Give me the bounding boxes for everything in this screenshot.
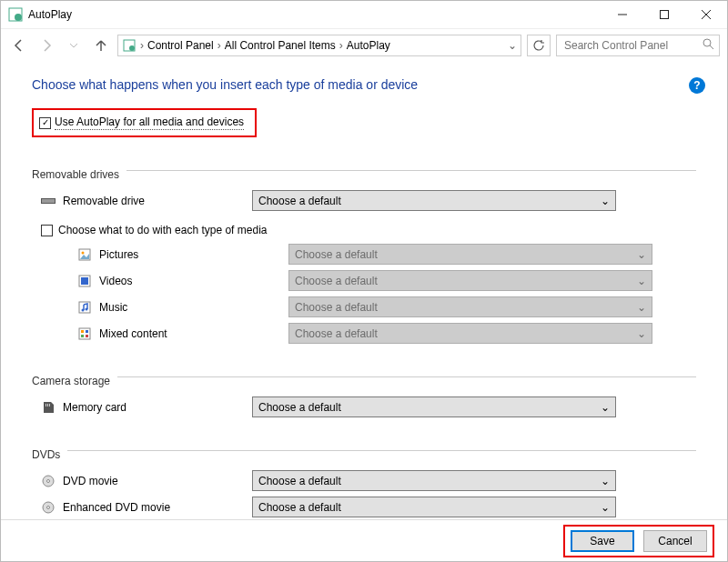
save-button[interactable]: Save <box>571 530 634 552</box>
svg-point-8 <box>703 39 711 46</box>
chevron-down-icon: ⌄ <box>601 501 610 514</box>
breadcrumb-autoplay[interactable]: AutoPlay <box>347 39 390 52</box>
up-button[interactable] <box>90 35 112 56</box>
use-autoplay-label: Use AutoPlay for all media and devices <box>55 115 244 130</box>
page-heading: Choose what happens when you insert each… <box>32 77 696 92</box>
videos-combo[interactable]: Choose a default⌄ <box>288 270 652 291</box>
chevron-right-icon: › <box>217 39 221 52</box>
svg-rect-16 <box>79 302 90 313</box>
mixed-icon <box>77 326 92 341</box>
footer: Save Cancel <box>1 519 727 561</box>
chevron-down-icon: ⌄ <box>637 275 646 287</box>
highlight-save-cancel: Save Cancel <box>563 525 714 557</box>
enhanced-dvd-combo[interactable]: Choose a default⌄ <box>252 497 616 517</box>
svg-rect-23 <box>86 335 88 337</box>
content-area: ? Choose what happens when you insert ea… <box>1 61 727 519</box>
breadcrumb-all-items[interactable]: All Control Panel Items <box>225 39 336 52</box>
pictures-icon <box>77 247 92 262</box>
maximize-button[interactable] <box>643 1 685 28</box>
use-autoplay-checkbox[interactable] <box>39 117 51 129</box>
navbar: › Control Panel › All Control Panel Item… <box>1 28 727 61</box>
svg-rect-22 <box>81 335 84 337</box>
autoplay-icon <box>122 38 136 53</box>
dvd-movie-label: DVD movie <box>63 475 118 487</box>
search-input[interactable] <box>562 38 703 53</box>
svg-point-17 <box>82 308 85 311</box>
videos-icon <box>77 274 92 288</box>
help-button[interactable]: ? <box>689 77 705 94</box>
svg-rect-24 <box>46 404 46 406</box>
svg-line-9 <box>710 45 713 49</box>
chevron-down-icon: ⌄ <box>601 475 610 487</box>
removable-drive-combo[interactable]: Choose a default⌄ <box>252 190 616 211</box>
svg-point-1 <box>15 14 22 21</box>
minimize-button[interactable] <box>602 1 643 28</box>
choose-media-type-label: Choose what to do with each type of medi… <box>58 224 267 236</box>
svg-rect-25 <box>47 404 48 406</box>
pictures-combo[interactable]: Choose a default⌄ <box>288 244 652 265</box>
enhanced-dvd-label: Enhanced DVD movie <box>63 501 170 514</box>
svg-rect-3 <box>661 11 669 19</box>
chevron-down-icon: ⌄ <box>637 301 646 314</box>
breadcrumb-control-panel[interactable]: Control Panel <box>147 39 214 52</box>
chevron-down-icon: ⌄ <box>637 248 646 261</box>
svg-point-13 <box>82 251 85 254</box>
svg-point-7 <box>129 45 135 51</box>
titlebar: AutoPlay <box>1 1 727 28</box>
dvd-movie-combo[interactable]: Choose a default⌄ <box>252 470 616 491</box>
cancel-button[interactable]: Cancel <box>643 530 707 552</box>
svg-rect-26 <box>49 404 50 406</box>
recent-dropdown[interactable] <box>63 35 85 56</box>
chevron-right-icon: › <box>339 39 343 52</box>
choose-media-type-checkbox[interactable] <box>41 225 53 236</box>
music-combo[interactable]: Choose a default⌄ <box>288 296 652 317</box>
svg-rect-21 <box>86 330 88 333</box>
search-box[interactable] <box>556 35 720 56</box>
highlight-use-autoplay: Use AutoPlay for all media and devices <box>32 108 257 137</box>
music-icon <box>77 300 92 315</box>
address-bar[interactable]: › Control Panel › All Control Panel Item… <box>117 35 521 56</box>
svg-point-28 <box>47 479 50 482</box>
mixed-combo[interactable]: Choose a default⌄ <box>288 323 652 344</box>
memory-card-label: Memory card <box>63 401 126 414</box>
window-title: AutoPlay <box>28 8 602 21</box>
chevron-right-icon: › <box>140 39 144 52</box>
mixed-label: Mixed content <box>99 327 167 340</box>
section-removable-title: Removable drives <box>32 168 119 181</box>
chevron-down-icon: ⌄ <box>601 401 610 414</box>
close-button[interactable] <box>685 1 727 28</box>
svg-point-18 <box>86 307 88 310</box>
drive-icon <box>41 194 56 208</box>
removable-drive-label: Removable drive <box>63 195 145 207</box>
chevron-down-icon: ⌄ <box>601 195 610 207</box>
disc-icon <box>41 500 56 515</box>
svg-rect-15 <box>81 277 88 285</box>
svg-rect-19 <box>79 328 90 339</box>
disc-icon <box>41 474 56 488</box>
pictures-label: Pictures <box>99 248 138 261</box>
search-icon <box>703 38 714 53</box>
videos-label: Videos <box>99 275 132 287</box>
refresh-button[interactable] <box>527 35 551 56</box>
svg-rect-11 <box>42 199 55 203</box>
section-camera-title: Camera storage <box>32 375 110 387</box>
back-button[interactable] <box>8 35 30 56</box>
memory-card-icon <box>41 400 56 415</box>
section-dvds-title: DVDs <box>32 448 60 461</box>
svg-rect-20 <box>81 330 84 333</box>
autoplay-icon <box>8 7 23 22</box>
forward-button[interactable] <box>35 35 57 56</box>
svg-point-30 <box>47 506 50 508</box>
memory-card-combo[interactable]: Choose a default⌄ <box>252 396 616 417</box>
chevron-down-icon: ⌄ <box>637 327 646 340</box>
chevron-down-icon[interactable]: ⌄ <box>508 39 517 52</box>
music-label: Music <box>99 301 127 314</box>
